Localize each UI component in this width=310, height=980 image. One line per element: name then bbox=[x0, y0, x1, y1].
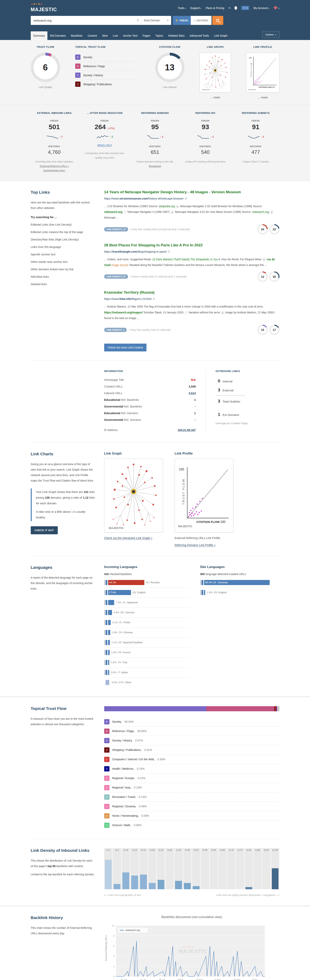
tab-topics[interactable]: Topics bbox=[153, 31, 166, 40]
topical-trust-flow-summary: TOPICAL TRUST FLOW 6Society 6Reference /… bbox=[75, 46, 140, 99]
tab-anchor-text[interactable]: Anchor Text bbox=[120, 31, 140, 40]
tab-lost[interactable]: Lost bbox=[110, 31, 120, 40]
ttf-row[interactable]: 2Regional / Europe,0.22% bbox=[104, 773, 280, 783]
majestic-logo[interactable]: ★★★★★ MAJESTIC bbox=[31, 3, 57, 12]
link-context-cta-button[interactable]: Check out more Link Context bbox=[104, 344, 147, 352]
gear-icon[interactable]: ⚙ bbox=[152, 297, 155, 301]
filter-specific-anchor[interactable]: Specific anchor text bbox=[31, 251, 95, 258]
indexed-urls-link[interactable]: 3,614 bbox=[188, 391, 196, 395]
tab-link-graph[interactable]: Link Graph bbox=[212, 31, 230, 40]
link-profile-thumbnail[interactable]: 100 100 TRUST FLOW CITATION FLOW MAJESTI… bbox=[246, 53, 280, 92]
ttf-row[interactable]: 2Home / Homemaking,0.08% bbox=[104, 811, 280, 821]
tab-new[interactable]: New bbox=[100, 31, 110, 40]
snippet-link[interactable]: Image Source bbox=[111, 263, 128, 267]
link-graph-large[interactable]: MAJESTIC bbox=[104, 459, 163, 533]
ttf-row[interactable]: 2Health / Medicine,0.23% bbox=[104, 764, 280, 773]
link-graph-more[interactable]: ... more bbox=[199, 95, 231, 99]
tab-summary[interactable]: Summary bbox=[31, 31, 47, 40]
nav-my-account[interactable]: My Account▾ bbox=[253, 6, 269, 10]
ttf-row[interactable]: 2Computers / Internet / On the Web,0.36% bbox=[104, 755, 280, 764]
filter-deleted[interactable]: Deleted links bbox=[31, 280, 95, 288]
tab-pages[interactable]: Pages bbox=[140, 31, 153, 40]
trophy-icon: ♕ bbox=[243, 6, 245, 10]
filter-editorial-low-density[interactable]: Editorial Links (low Link Density) bbox=[31, 221, 95, 228]
tab-backlinks[interactable]: Backlinks bbox=[68, 31, 85, 40]
ttf-row[interactable]: 2Regional / Asia,0.18% bbox=[104, 783, 280, 792]
result-url[interactable]: https://www.versionmuseum.com/history-of… bbox=[104, 197, 280, 200]
gear-icon[interactable]: ⚙ bbox=[136, 18, 139, 22]
filter-domains-linked-near[interactable]: Other domains linked near my link bbox=[31, 266, 95, 273]
result-url[interactable]: https://www.fotw.info/flags/ru-23.html ⚙ bbox=[104, 297, 280, 301]
link-profile-more[interactable]: ... more bbox=[246, 95, 280, 99]
tab-context[interactable]: Context bbox=[85, 31, 100, 40]
result-title-link[interactable]: Krasnodar Territory (Russia) bbox=[104, 290, 280, 294]
language-flag[interactable]: ▾ bbox=[274, 6, 279, 10]
filter-nofollow[interactable]: NoFollow links bbox=[31, 273, 95, 280]
referring-domains-link-profile-link[interactable]: Referring Domains Link Profile » bbox=[175, 544, 216, 547]
whats-this-link[interactable]: What's this? bbox=[97, 144, 112, 147]
tab-ref-domains[interactable]: Ref Domains bbox=[47, 31, 68, 40]
breakdown-link[interactable]: Breakdown bbox=[149, 165, 161, 167]
summary-panel: TRUST FLOW 6 Link Quality TOPICAL TRUST … bbox=[0, 40, 310, 105]
ttf-row[interactable]: 2Regional / Oceania,0.08% bbox=[104, 802, 280, 811]
link-density-badge[interactable]: LINK DENSITY, 1 bbox=[104, 328, 127, 332]
filter-words-near-anchor[interactable]: Other words near anchor text bbox=[31, 258, 95, 266]
nav-tools[interactable]: Tools▾ bbox=[178, 6, 186, 10]
historic-toggle-button[interactable]: ⌂HISTORIC bbox=[191, 16, 212, 25]
link-density-badge[interactable]: LINK DENSITY, 27 bbox=[104, 274, 128, 279]
snippet-link[interactable]: wikipedia.org bbox=[159, 205, 175, 208]
result-title-link[interactable]: 28 Best Places For Shopping In Paris Lik… bbox=[104, 243, 280, 247]
density-right-caption: Links that are tightly packed (directori… bbox=[216, 894, 280, 897]
check-it-out-button[interactable]: CHECK IT OUT bbox=[31, 526, 58, 534]
list-icon[interactable]: ≡ bbox=[229, 6, 230, 10]
ip-address-link[interactable]: 104.21.50.187 bbox=[178, 428, 196, 431]
trophy-badge[interactable]: ♕4 bbox=[241, 6, 249, 10]
filter-en-language[interactable]: Links from EN language bbox=[31, 243, 95, 251]
nav-support[interactable]: Support▾ bbox=[190, 6, 201, 10]
trend-down-arrow: ↓ bbox=[160, 135, 161, 138]
gear-icon[interactable]: ⚙ bbox=[185, 197, 187, 200]
search-button[interactable] bbox=[212, 16, 223, 25]
trust-flow-gauge: TRUST FLOW 6 Link Quality bbox=[31, 46, 60, 99]
site-languages: Site Languages 305 language-detected cra… bbox=[200, 565, 280, 687]
filter-directory-nav[interactable]: Directory/Nav links (high Link Density) bbox=[31, 236, 95, 243]
gear-icon[interactable]: ⚙ bbox=[168, 250, 170, 253]
bucket-icon[interactable] bbox=[235, 6, 237, 10]
ttf-row[interactable]: 2Science / Math,0.06% bbox=[104, 821, 280, 830]
result-url[interactable]: https://traveltriangle.com/blog/shopping… bbox=[104, 250, 280, 253]
tab-advanced-tools[interactable]: Advanced Tools bbox=[187, 31, 212, 40]
nav-plans-pricing[interactable]: Plans & Pricing bbox=[206, 6, 224, 10]
svg-text:10: 10 bbox=[112, 924, 114, 927]
search-input[interactable] bbox=[31, 16, 141, 25]
citation-flow-caption: Link Volume bbox=[155, 86, 185, 89]
link-density-title: Link Density of Inbound Links bbox=[31, 848, 95, 853]
trend-down-arrow: ↓ bbox=[261, 135, 262, 138]
snippet-link[interactable]: 10 Paris Markets That'll Satisfy The Sho… bbox=[152, 258, 218, 261]
link-profile-large[interactable]: 100 100 TRUST FLOW CITATION FLOW MAJESTI… bbox=[175, 459, 233, 533]
result-title-link[interactable]: 14 Years of Netscape Navigator Design Hi… bbox=[104, 190, 280, 194]
interactive-link-graph-link[interactable]: Check out the interactive Link Graph » bbox=[104, 536, 153, 540]
topical-item[interactable]: 6Reference / Flags bbox=[75, 62, 140, 71]
topical-item[interactable]: 6Society bbox=[75, 53, 140, 62]
link-graph-thumbnail[interactable]: MAJESTIC bbox=[199, 53, 231, 92]
ttf-row[interactable]: 6Society,58.34% bbox=[104, 717, 280, 727]
link-profile-svg: 100 100 TRUST FLOW CITATION FLOW MAJESTI… bbox=[176, 460, 232, 531]
snippet-link[interactable]: redsearch.org bbox=[252, 210, 269, 214]
topical-item[interactable]: 2Shopping / Publications bbox=[75, 80, 140, 89]
ttf-row[interactable]: 2Society / History,0.57% bbox=[104, 736, 280, 745]
fresh-toggle-button[interactable]: ⚡FRESH bbox=[173, 16, 191, 25]
search-scope-select[interactable]: Root Domain▼ bbox=[141, 16, 171, 25]
tab-related-sites[interactable]: Related Sites bbox=[166, 31, 187, 40]
ttf-row[interactable]: 2Recreation / Travel,0.13% bbox=[104, 792, 280, 802]
ttf-row[interactable]: 2Shopping / Publications,0.41% bbox=[104, 745, 280, 755]
filter-editorial-top-of-page[interactable]: Editorial Links nearest the top of the p… bbox=[31, 228, 95, 236]
ttf-row[interactable]: 6Reference / Flags,38.85% bbox=[104, 727, 280, 736]
actions-button[interactable]: Actions ▾ bbox=[262, 31, 279, 38]
incoming-languages: Incoming Languages 410 checked backlinks… bbox=[104, 565, 200, 687]
ttf-title: Topical Trust Flow bbox=[31, 706, 95, 711]
snippet-link[interactable]: https://redsearch.org/images/ bbox=[104, 311, 142, 314]
topical-item[interactable]: 2Society / History bbox=[75, 71, 140, 80]
link-density-badge[interactable]: LINK DENSITY, 14 bbox=[104, 227, 128, 231]
snippet-link[interactable]: redsearch.org bbox=[104, 210, 122, 214]
link-charts-title: Link Charts bbox=[31, 452, 95, 456]
